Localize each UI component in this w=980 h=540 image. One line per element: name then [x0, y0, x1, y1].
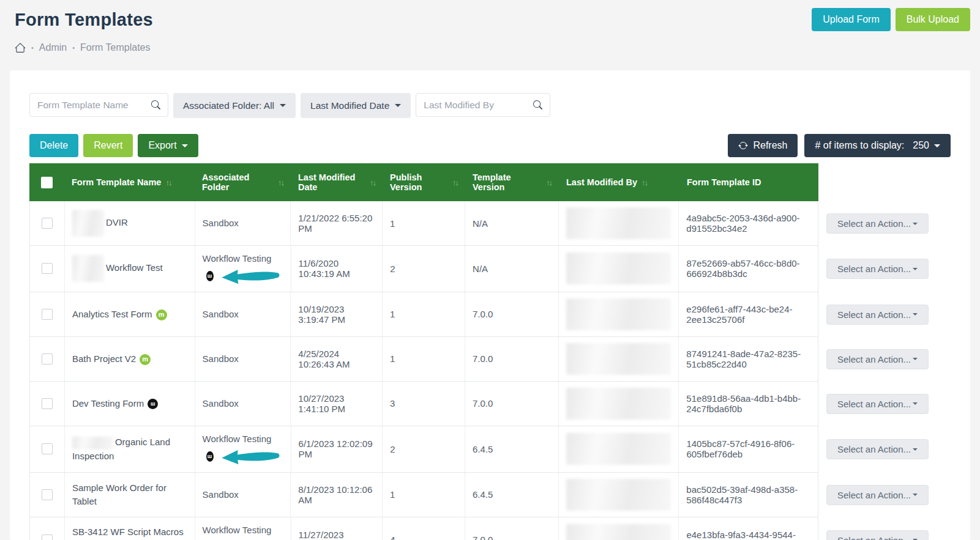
form-template-name-text[interactable]: Dev Testing Form — [72, 398, 144, 409]
sort-icon[interactable]: ↑↓ — [370, 178, 375, 187]
row-checkbox[interactable] — [42, 489, 53, 500]
cell-form-template-name[interactable]: SB-3412 WF Script Macros ш — [65, 517, 195, 540]
last-modified-date-text: 4/25/2024 10:26:43 AM — [298, 349, 375, 369]
select-all-checkbox[interactable] — [41, 177, 53, 188]
form-template-name-text[interactable]: SB-3412 WF Script Macros — [72, 527, 184, 537]
publish-version-text: 1 — [390, 309, 395, 319]
cell-publish-version: 1 — [383, 337, 465, 381]
refresh-button[interactable]: Refresh — [728, 134, 798, 157]
chevron-down-icon — [395, 104, 401, 107]
redacted-text — [72, 255, 104, 282]
chevron-down-icon — [280, 104, 286, 107]
filter-row: Associated Folder: All Last Modified Dat… — [29, 93, 951, 118]
delete-button[interactable]: Delete — [29, 134, 78, 157]
row-checkbox[interactable] — [42, 398, 53, 409]
select-an-action-dropdown[interactable]: Select an Action... — [826, 349, 929, 369]
last-modified-by-input[interactable] — [424, 100, 533, 111]
last-modified-date-text: 10/27/2023 1:41:10 PM — [298, 393, 375, 414]
chevron-down-icon — [913, 268, 918, 270]
sort-icon[interactable]: ↑↓ — [165, 178, 171, 187]
cell-form-template-name[interactable]: Sample Work Order for Tablet — [65, 473, 195, 517]
row-checkbox-cell — [30, 337, 65, 381]
breadcrumb-separator: • — [31, 44, 34, 51]
column-header-last-modified-by[interactable]: Last Modified By↑↓ — [559, 163, 679, 201]
form-template-name-text[interactable]: DVIR — [106, 217, 128, 227]
items-per-page-dropdown[interactable]: # of items to display: 250 — [804, 134, 951, 157]
row-checkbox[interactable] — [42, 534, 53, 540]
select-an-action-dropdown[interactable]: Select an Action... — [826, 213, 929, 234]
cell-last-modified-by — [559, 426, 679, 472]
revert-button[interactable]: Revert — [83, 134, 133, 157]
export-button[interactable]: Export — [138, 134, 198, 157]
breadcrumb-admin[interactable]: Admin — [39, 42, 67, 53]
associated-folder-text: Sandbox — [203, 488, 283, 501]
sort-icon[interactable]: ↑↓ — [641, 178, 647, 187]
select-an-action-dropdown[interactable]: Select an Action... — [826, 530, 929, 540]
upload-form-button[interactable]: Upload Form — [812, 8, 890, 31]
cell-form-template-name[interactable]: Analytics Test Formm — [65, 292, 195, 336]
row-checkbox-cell — [30, 517, 65, 540]
associated-folder-filter-label: Associated Folder: All — [183, 100, 274, 111]
select-an-action-dropdown[interactable]: Select an Action... — [826, 305, 929, 325]
chevron-down-icon — [913, 494, 918, 496]
mobile-form-icon: m — [156, 309, 167, 320]
row-checkbox[interactable] — [42, 263, 53, 274]
column-header-last-modified-date[interactable]: Last Modified Date↑↓ — [291, 163, 383, 201]
row-checkbox[interactable] — [42, 218, 53, 229]
redacted-text — [566, 207, 671, 239]
cell-form-template-name[interactable]: DVIR — [65, 201, 195, 245]
form-template-name-text[interactable]: Sample Work Order for Tablet — [72, 483, 166, 506]
associated-folder-text: Sandbox — [203, 216, 283, 230]
select-an-action-dropdown[interactable]: Select an Action... — [826, 439, 929, 459]
last-modified-by-search[interactable] — [416, 93, 550, 117]
publish-version-text: 3 — [390, 398, 395, 409]
cell-publish-version: 4 — [383, 517, 465, 540]
form-template-name-text[interactable]: Bath Project V2 — [72, 353, 136, 364]
breadcrumb-separator: • — [72, 44, 75, 51]
associated-folder-text: Sandbox — [203, 308, 283, 321]
row-checkbox[interactable] — [42, 309, 53, 320]
search-icon — [151, 100, 160, 109]
cell-form-template-id: e4e13bfa-9fa3-4434-9544-0e4ccde5f50c — [679, 517, 818, 540]
select-an-action-dropdown[interactable]: Select an Action... — [826, 259, 929, 279]
annotation-arrow-icon — [217, 266, 283, 287]
cell-publish-version: 2 — [383, 246, 465, 292]
last-modified-date-filter[interactable]: Last Modified Date — [301, 93, 411, 118]
workflow-marker: ш — [203, 448, 283, 466]
associated-folder-filter[interactable]: Associated Folder: All — [173, 93, 296, 118]
cell-last-modified-date: 8/1/2023 10:12:06 AM — [291, 473, 383, 517]
select-an-action-dropdown[interactable]: Select an Action... — [826, 485, 929, 505]
last-modified-date-text: 11/27/2023 12:28:44 PM — [299, 530, 375, 540]
row-checkbox-cell — [30, 292, 65, 336]
row-checkbox[interactable] — [42, 443, 53, 454]
cell-form-template-name[interactable]: Organic Land Inspection — [65, 426, 195, 472]
column-header-form-template-name[interactable]: Form Template Name↑↓ — [64, 163, 195, 201]
breadcrumb-form-templates: Form Templates — [80, 42, 150, 53]
export-button-label: Export — [148, 140, 176, 151]
cell-form-template-id: e296fe61-aff7-443c-be24-2ee13c25706f — [679, 292, 818, 336]
form-template-name-text[interactable]: Workflow Test — [106, 262, 163, 273]
sort-icon[interactable]: ↑↓ — [546, 178, 552, 187]
redacted-text — [566, 524, 671, 540]
sort-icon[interactable]: ↑↓ — [452, 178, 458, 187]
column-header-publish-version[interactable]: Publish Version↑↓ — [383, 163, 465, 201]
sort-icon[interactable]: ↑↓ — [278, 178, 283, 187]
select-an-action-dropdown[interactable]: Select an Action... — [826, 394, 929, 414]
form-template-name-input[interactable] — [37, 100, 151, 111]
cell-form-template-name[interactable]: Bath Project V2m — [65, 337, 195, 381]
row-checkbox[interactable] — [42, 353, 53, 364]
column-header-associated-folder[interactable]: Associated Folder↑↓ — [195, 163, 291, 201]
bulk-upload-button[interactable]: Bulk Upload — [896, 8, 970, 31]
publish-version-text: 4 — [390, 534, 395, 540]
form-template-name-search[interactable] — [29, 93, 168, 117]
column-header-template-version[interactable]: Template Version↑↓ — [465, 163, 559, 201]
home-icon[interactable] — [15, 42, 26, 53]
form-template-name-text[interactable]: Analytics Test Form — [72, 309, 152, 319]
cell-last-modified-date: 1/21/2022 6:55:20 PM — [291, 201, 383, 245]
cell-form-template-name[interactable]: Dev Testing Formш — [65, 382, 195, 426]
chevron-down-icon — [913, 358, 918, 360]
mobile-form-icon: m — [140, 354, 151, 365]
associated-folder-text: Sandbox — [203, 352, 283, 366]
workflow-marker: ш — [203, 267, 283, 286]
cell-form-template-name[interactable]: Workflow Test — [65, 246, 195, 292]
